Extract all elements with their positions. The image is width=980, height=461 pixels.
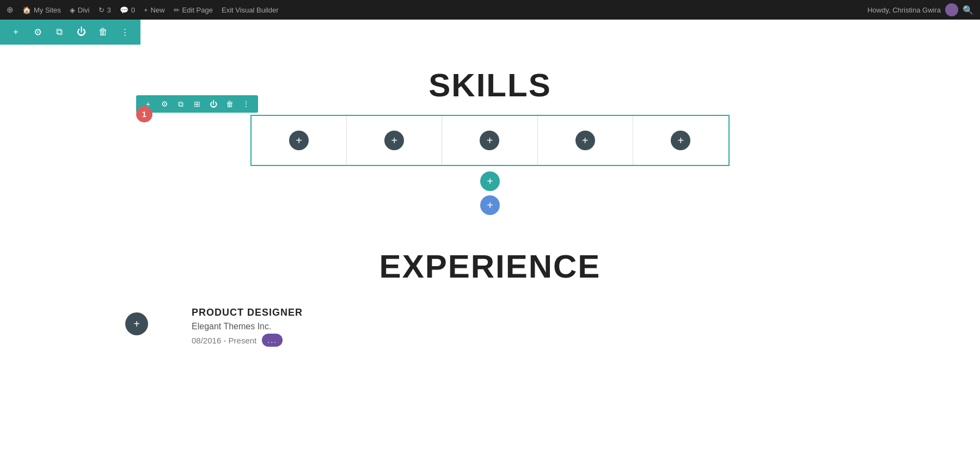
row-toolbar: + ⚙ ⧉ ⊞ ⏻ 🗑 ⋮ [136, 95, 258, 113]
my-sites-label: My Sites [34, 6, 61, 14]
exit-builder-label: Exit Visual Builder [222, 6, 279, 14]
divi-delete-button[interactable]: 🗑 [95, 24, 111, 40]
divi-settings-button[interactable]: ⚙ [29, 24, 46, 40]
admin-bar-right: Howdy, Christina Gwira 🔍 [867, 3, 973, 16]
skills-cell-2: + [347, 116, 442, 165]
edit-page-btn[interactable]: ✏ Edit Page [174, 6, 213, 14]
add-experience-btn[interactable]: + [125, 312, 148, 335]
skills-cell-5: + [633, 116, 728, 165]
job-title: PRODUCT DESIGNER [192, 307, 855, 318]
skills-grid: + + + + + [250, 115, 730, 166]
experience-section: EXPERIENCE + PRODUCT DESIGNER Elegant Th… [0, 248, 980, 347]
company-name: Elegant Themes Inc. [192, 322, 855, 331]
skills-cell-1: + [252, 116, 347, 165]
skills-cell-3: + [442, 116, 537, 165]
greeting-text: Howdy, Christina Gwira [867, 6, 941, 14]
experience-entry-1: + PRODUCT DESIGNER Elegant Themes Inc. 0… [125, 307, 855, 347]
updates-menu[interactable]: ↻ 3 [99, 6, 111, 14]
divi-add-button[interactable]: + [8, 24, 24, 40]
row-duplicate-button[interactable]: ⧉ [174, 97, 187, 110]
add-module-btn-3[interactable]: + [480, 131, 499, 150]
comments-icon: 💬 [120, 6, 128, 14]
dots-badge[interactable]: ... [262, 334, 283, 347]
row-toggle-button[interactable]: ⏻ [207, 97, 220, 110]
dates-text: 08/2016 - Present [192, 336, 256, 345]
plus-icon: + [144, 6, 148, 14]
divi-toggle-button[interactable]: ⏻ [73, 24, 89, 40]
divi-toolbar: + ⚙ ⧉ ⏻ 🗑 ⋮ [0, 20, 140, 45]
row-columns-button[interactable]: ⊞ [191, 97, 204, 110]
home-icon: 🏠 [22, 6, 31, 14]
page-content: SKILLS 1 + ⚙ ⧉ ⊞ ⏻ 🗑 ⋮ + + + + [0, 45, 980, 368]
add-row-button[interactable]: + [480, 171, 500, 191]
divi-duplicate-button[interactable]: ⧉ [51, 24, 68, 40]
add-section-button[interactable]: + [480, 195, 500, 215]
experience-content-1: PRODUCT DESIGNER Elegant Themes Inc. 08/… [192, 307, 855, 347]
comments-count: 0 [131, 6, 135, 14]
add-module-btn-1[interactable]: + [289, 131, 309, 150]
wp-logo[interactable]: ⊕ [7, 5, 14, 15]
add-section-below: + [0, 195, 980, 215]
divi-more-button[interactable]: ⋮ [117, 24, 133, 40]
add-module-btn-4[interactable]: + [575, 131, 595, 150]
experience-title: EXPERIENCE [125, 248, 855, 285]
search-icon[interactable]: 🔍 [963, 5, 973, 15]
edit-page-label: Edit Page [182, 6, 213, 14]
avatar [945, 3, 958, 16]
updates-icon: ↻ [99, 6, 105, 14]
skills-row-wrapper: 1 + ⚙ ⧉ ⊞ ⏻ 🗑 ⋮ + + + + + [125, 115, 855, 191]
job-dates: 08/2016 - Present ... [192, 334, 855, 347]
row-settings-button[interactable]: ⚙ [158, 97, 171, 110]
divi-label: Divi [78, 6, 90, 14]
divi-menu[interactable]: ◈ Divi [70, 6, 90, 14]
row-badge: 1 [136, 106, 152, 122]
new-label: New [151, 6, 165, 14]
add-module-btn-2[interactable]: + [384, 131, 404, 150]
add-module-btn-5[interactable]: + [671, 131, 690, 150]
row-delete-button[interactable]: 🗑 [223, 97, 236, 110]
divi-icon: ◈ [70, 6, 75, 14]
new-menu[interactable]: + New [144, 6, 165, 14]
add-row-below: + [250, 171, 730, 191]
updates-count: 3 [107, 6, 111, 14]
admin-bar: ⊕ 🏠 My Sites ◈ Divi ↻ 3 💬 0 + New ✏ Edit… [0, 0, 980, 20]
row-more-button[interactable]: ⋮ [240, 97, 253, 110]
pencil-icon: ✏ [174, 6, 180, 14]
wordpress-icon: ⊕ [7, 5, 14, 15]
experience-add-col: + [125, 307, 148, 335]
comments-menu[interactable]: 💬 0 [120, 6, 135, 14]
my-sites-menu[interactable]: 🏠 My Sites [22, 6, 61, 14]
exit-visual-builder-btn[interactable]: Exit Visual Builder [222, 6, 279, 14]
skills-cell-4: + [538, 116, 633, 165]
